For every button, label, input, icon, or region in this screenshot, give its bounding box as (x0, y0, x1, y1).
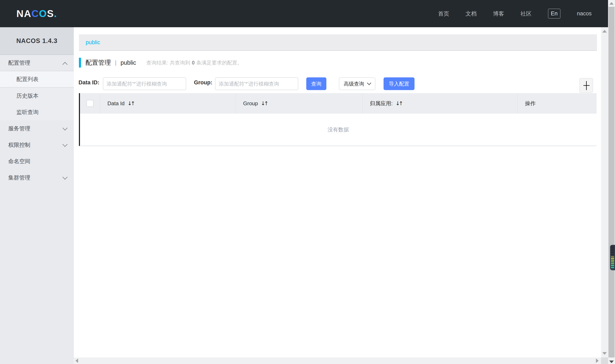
inner-vertical-scrollbar[interactable] (601, 27, 608, 357)
nav-item-community[interactable]: 社区 (520, 10, 531, 17)
nav-item-home[interactable]: 首页 (438, 10, 449, 17)
nacos-logo[interactable]: NACOS. (16, 8, 57, 19)
sort-icon[interactable]: ↓↑ (261, 100, 267, 106)
table-header-group[interactable]: Group ↓↑ (236, 93, 362, 114)
sort-icon[interactable]: ↓↑ (395, 100, 402, 106)
data-id-label: Data ID: (79, 79, 99, 86)
query-result-suffix: 条满足要求的配置。 (196, 60, 242, 65)
user-menu[interactable]: nacos (577, 11, 592, 17)
data-id-input[interactable] (103, 77, 186, 90)
chevron-down-icon (62, 125, 68, 130)
sidebar-item-config-list[interactable]: 配置列表 (0, 71, 74, 88)
sidebar-item-label: 集群管理 (8, 174, 30, 181)
sidebar: NACOS 1.4.3 配置管理 配置列表 历史版本 监听查询 服务管理 权限控… (0, 27, 74, 364)
logo-letter-c: C (31, 8, 39, 19)
page-title-row: 配置管理 | public 查询结果: 共查询到0条满足要求的配置。 (79, 58, 242, 68)
advanced-search-button[interactable]: 高级查询 (339, 77, 375, 90)
table-header-application[interactable]: 归属应用: ↓↑ (362, 93, 517, 114)
sidebar-item-label: 命名空间 (8, 158, 30, 165)
table-header-row: Data Id ↓↑ Group ↓↑ 归属应用: ↓↑ 操作 (80, 93, 597, 114)
sidebar-item-label: 权限控制 (8, 141, 30, 149)
page-title: 配置管理 (85, 58, 111, 67)
config-table: Data Id ↓↑ Group ↓↑ 归属应用: ↓↑ 操作 没有数据 (79, 93, 597, 146)
sidebar-item-label: 历史版本 (16, 92, 39, 100)
select-all-checkbox[interactable] (86, 100, 94, 107)
column-label: 操作 (525, 100, 536, 107)
query-result-count: 0 (192, 60, 195, 65)
scroll-up-arrow-icon[interactable] (602, 30, 607, 33)
title-separator: | (115, 60, 116, 66)
query-result-text: 查询结果: 共查询到0条满足要求的配置。 (146, 59, 242, 66)
table-header-operations: 操作 (517, 93, 597, 114)
sidebar-item-namespace[interactable]: 命名空间 (0, 153, 74, 169)
scroll-up-arrow-icon[interactable] (609, 2, 614, 5)
logo-letters-na: NA (16, 8, 31, 19)
sidebar-version-title: NACOS 1.4.3 (0, 27, 74, 55)
group-input[interactable] (215, 77, 298, 90)
logo-dot: . (54, 8, 57, 19)
sidebar-item-label: 配置管理 (8, 59, 30, 66)
sidebar-item-history-versions[interactable]: 历史版本 (0, 88, 74, 104)
group-label: Group: (194, 79, 212, 86)
title-namespace: public (121, 59, 136, 66)
namespace-tab-public[interactable]: public (86, 39, 100, 46)
advanced-search-label: 高级查询 (344, 80, 364, 87)
namespace-tab-bar: public (79, 34, 597, 51)
sort-icon[interactable]: ↓↑ (127, 100, 134, 106)
scroll-level-indicator-overlay (610, 245, 615, 270)
column-label: Data Id (107, 100, 125, 107)
language-toggle-button[interactable]: En (548, 9, 560, 19)
top-header-bar: NACOS. 首页 文档 博客 社区 En nacos (0, 0, 608, 27)
scroll-right-arrow-icon[interactable] (596, 358, 599, 363)
plus-icon (583, 85, 590, 86)
nav-item-blog[interactable]: 博客 (493, 10, 504, 17)
scroll-left-arrow-icon[interactable] (75, 358, 78, 363)
sidebar-item-permission-control[interactable]: 权限控制 (0, 137, 74, 153)
chevron-down-icon (62, 174, 68, 180)
search-button[interactable]: 查询 (306, 77, 326, 90)
outer-vertical-scrollbar[interactable] (608, 0, 615, 364)
table-empty-state: 没有数据 (80, 114, 597, 145)
no-data-text: 没有数据 (328, 126, 349, 133)
nav-item-docs[interactable]: 文档 (466, 10, 477, 17)
table-header-select (80, 93, 100, 114)
sidebar-item-listener-query[interactable]: 监听查询 (0, 104, 74, 120)
top-navigation: 首页 文档 博客 社区 En nacos (438, 9, 608, 19)
nacos-console-screen: NACOS. 首页 文档 博客 社区 En nacos NACOS 1.4.3 … (0, 0, 615, 364)
scrollbar-corner (601, 357, 608, 364)
sidebar-item-cluster-management[interactable]: 集群管理 (0, 169, 74, 186)
title-accent-bar (79, 58, 81, 67)
chevron-down-icon (62, 142, 68, 147)
sidebar-item-config-management[interactable]: 配置管理 (0, 55, 74, 71)
logo-letter-s: S (47, 8, 54, 19)
chevron-down-icon (367, 81, 371, 85)
scroll-down-arrow-icon[interactable] (602, 352, 607, 355)
sidebar-item-label: 监听查询 (16, 108, 39, 116)
main-content: public 配置管理 | public 查询结果: 共查询到0条满足要求的配置… (74, 27, 601, 357)
horizontal-scrollbar[interactable] (74, 357, 601, 364)
scroll-down-arrow-icon[interactable] (609, 361, 614, 363)
column-label: 归属应用: (370, 100, 392, 107)
logo-letter-o: O (39, 8, 47, 19)
chevron-up-icon (62, 62, 68, 67)
indicator-slats (610, 245, 615, 270)
import-config-button[interactable]: 导入配置 (384, 77, 415, 90)
add-config-button[interactable] (579, 78, 593, 93)
column-label: Group (243, 100, 258, 107)
sidebar-item-label: 服务管理 (8, 125, 30, 132)
sidebar-item-label: 配置列表 (16, 76, 39, 83)
table-header-data-id[interactable]: Data Id ↓↑ (100, 93, 236, 114)
sidebar-item-service-management[interactable]: 服务管理 (0, 120, 74, 137)
query-result-prefix: 查询结果: 共查询到 (146, 60, 190, 65)
scrollbar-thumb[interactable] (608, 7, 615, 357)
